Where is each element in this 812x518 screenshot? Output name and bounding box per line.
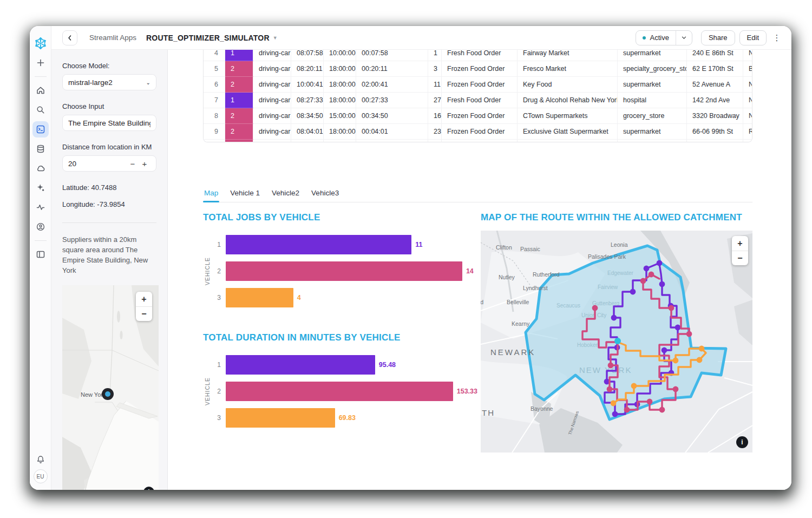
status-chevron[interactable] xyxy=(676,31,692,45)
data-database-button[interactable] xyxy=(32,141,49,157)
notifications-bell-button[interactable] xyxy=(32,451,49,468)
longitude-text: Longitude: -73.9854 xyxy=(62,200,156,208)
cell-vehicle: 2 xyxy=(225,124,253,140)
route-map[interactable]: EdgewaterFairviewSecaucusGuttenbergUnion… xyxy=(481,231,752,453)
route-stop-marker xyxy=(608,363,614,369)
cloud-button[interactable] xyxy=(32,160,49,176)
bar-row: 2153.33 xyxy=(212,382,477,401)
decrement-button[interactable]: − xyxy=(127,159,139,168)
activity-monitor-button[interactable] xyxy=(32,199,49,215)
new-plus-button[interactable] xyxy=(32,55,49,71)
y-tick-label: 3 xyxy=(212,414,226,422)
cell-name: Key Food xyxy=(518,77,618,93)
snowflake-logo-icon xyxy=(32,35,49,51)
cell-duration: 02:00:41 xyxy=(356,77,428,93)
cell-qty: 16 xyxy=(428,108,442,124)
back-button[interactable] xyxy=(62,30,77,45)
zoom-out-button[interactable]: − xyxy=(732,251,748,265)
cell-num: 4 xyxy=(204,50,225,61)
cell-name: Exclusive Glatt Supermarket xyxy=(518,124,618,140)
cell-end: 18:00:00 xyxy=(324,77,356,93)
location-mini-map[interactable]: New York + − i xyxy=(62,285,159,490)
chevron-down-icon: ▼ xyxy=(273,35,278,41)
home-button[interactable] xyxy=(32,82,49,99)
cell-qty: 3 xyxy=(428,61,442,77)
map-info-button[interactable]: i xyxy=(736,436,748,448)
y-axis-label: VEHICLE xyxy=(204,257,211,285)
y-tick-label: 1 xyxy=(212,241,226,248)
route-stop-marker xyxy=(644,266,650,272)
zoom-in-button[interactable]: + xyxy=(136,292,152,306)
jobs-by-vehicle-chart: VEHICLE 11121434 xyxy=(203,235,477,307)
map-label: Clifton xyxy=(496,244,512,251)
choose-input-label: Choose Input xyxy=(62,102,156,110)
route-stop-marker xyxy=(686,331,692,337)
cell-address: 66-06 99th St xyxy=(687,124,743,140)
cell-order: Frozen Food Order xyxy=(442,124,518,140)
bar-value-label: 153.33 xyxy=(457,388,477,395)
bar-value-label: 4 xyxy=(297,294,301,301)
cell-profile: driving-car xyxy=(253,108,291,124)
edit-button[interactable]: Edit xyxy=(739,30,767,45)
route-stop-marker xyxy=(624,407,630,413)
route-stop-marker xyxy=(612,411,618,417)
distance-value: 20 xyxy=(68,160,127,168)
cell-name: Fairway Market xyxy=(518,50,618,61)
cell-vehicle: 2 xyxy=(225,108,253,124)
cell-category: hospital xyxy=(618,93,687,108)
map-label: Belleville xyxy=(507,299,529,305)
cell-profile: driving-car xyxy=(253,124,291,140)
cell-category: supermarket xyxy=(618,124,687,140)
breadcrumb[interactable]: Streamlit Apps xyxy=(89,34,136,42)
cell-profile xyxy=(253,140,291,142)
cell-order: Frozen Food Order xyxy=(442,108,518,124)
tab-vehicle-1[interactable]: Vehicle 1 xyxy=(229,187,261,202)
sidebar-divider xyxy=(62,222,156,223)
cell-duration xyxy=(356,140,428,142)
worksheets-terminal-button[interactable] xyxy=(32,121,49,137)
cell-num: 5 xyxy=(204,61,225,77)
orders-dataframe[interactable]: 41driving-car08:07:5810:00:0000:07:581Fr… xyxy=(203,50,752,142)
search-button[interactable] xyxy=(32,102,49,118)
kebab-menu-icon[interactable]: ⋮ xyxy=(770,33,784,43)
bar-vehicle-2 xyxy=(226,382,453,401)
increment-button[interactable]: + xyxy=(139,159,150,168)
bar-vehicle-3 xyxy=(226,408,335,428)
table-row: 71driving-car08:27:3318:00:0000:27:3327F… xyxy=(204,93,752,108)
tab-vehicle3[interactable]: Vehicle3 xyxy=(310,187,340,202)
model-select[interactable]: mistral-large2 ⌄ xyxy=(62,74,156,90)
zoom-in-button[interactable]: + xyxy=(732,236,748,251)
map-label: Palisades Park xyxy=(588,253,626,260)
main-content: 41driving-car08:07:5810:00:0000:07:581Fr… xyxy=(168,50,791,490)
distance-stepper[interactable]: 20 − + xyxy=(62,155,156,172)
share-button[interactable]: Share xyxy=(701,30,735,45)
status-dropdown[interactable]: Active xyxy=(636,30,692,45)
cell-qty: 23 xyxy=(428,124,442,140)
y-tick-label: 1 xyxy=(212,361,226,369)
cell-duration: 00:07:58 xyxy=(356,50,428,61)
route-stop-marker xyxy=(697,357,703,363)
cell-end: 18:00:00 xyxy=(324,61,356,77)
chevron-down-icon: ⌄ xyxy=(146,80,150,86)
user-avatar[interactable]: EU xyxy=(34,469,48,483)
rail-divider xyxy=(35,76,47,77)
location-input[interactable]: The Empire State Building, New York xyxy=(62,115,156,131)
zoom-out-button[interactable]: − xyxy=(136,306,152,321)
cell-qty xyxy=(428,140,442,142)
route-stop-marker xyxy=(631,383,637,389)
cell-profile: driving-car xyxy=(253,93,291,108)
tab-map[interactable]: Map xyxy=(203,187,219,202)
cell-vehicle: 1 xyxy=(225,93,253,108)
tab-vehicle2[interactable]: Vehicle2 xyxy=(271,187,300,202)
cell-start xyxy=(291,140,324,142)
cell-category xyxy=(618,140,687,142)
y-tick-label: 2 xyxy=(212,388,226,395)
map-label: Nutley xyxy=(499,274,515,280)
admin-badge-button[interactable] xyxy=(32,219,49,235)
cell-city: Bronx xyxy=(743,61,752,77)
page-title[interactable]: ROUTE_OPTIMIZER_SIMULATOR ▼ xyxy=(146,34,278,42)
ai-sparkles-button[interactable] xyxy=(32,180,49,196)
route-stop-marker xyxy=(630,289,636,295)
panel-toggle-button[interactable] xyxy=(32,246,49,263)
map-label: Passaic xyxy=(520,246,540,252)
